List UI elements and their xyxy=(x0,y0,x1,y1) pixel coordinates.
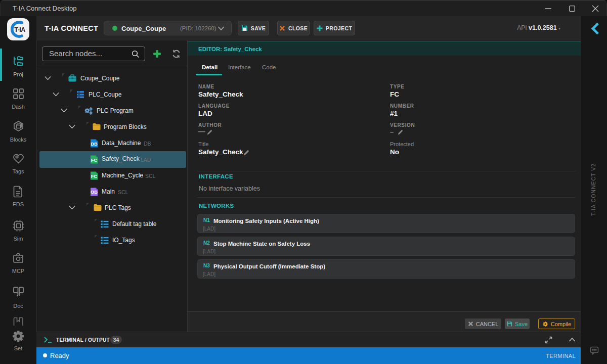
svg-text:OB: OB xyxy=(91,189,98,195)
svg-text:FC: FC xyxy=(91,157,98,163)
svg-text:T-IA: T-IA xyxy=(14,26,25,33)
svg-text:FC: FC xyxy=(91,173,98,179)
svg-text:DB: DB xyxy=(91,141,98,147)
